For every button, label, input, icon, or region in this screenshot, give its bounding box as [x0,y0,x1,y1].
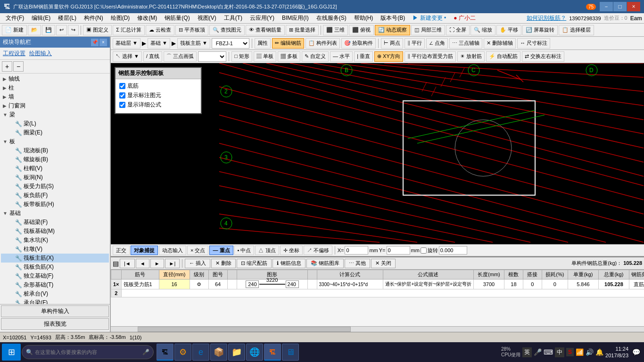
save-button[interactable]: 💾 [42,25,55,35]
find-element-button[interactable]: 🔍 查找图元 [209,25,245,35]
nav-prev-button[interactable]: ◄ [136,259,149,268]
menu-tools[interactable]: 工具(T) [220,13,246,23]
point-angle-button[interactable]: ∠ 点角 [426,38,448,49]
auto-config-button[interactable]: ⚡ 自动配筋 [486,51,520,62]
tree-raft-main[interactable]: 🔧筏板主筋(X) [1,254,109,263]
straight-line-button[interactable]: / 直线 [143,51,162,62]
tray-network[interactable]: 📶 [576,348,584,356]
other-button[interactable]: ⋯ 其他 [345,259,370,268]
cell-rebartype[interactable]: 直筋 [629,280,644,289]
cell-diameter[interactable]: 16 [159,280,190,289]
tree-neg-rebar[interactable]: 🔧板负筋(F) [1,191,109,200]
tree-cap-beam[interactable]: 🔧承台梁(F) [1,298,109,304]
tree-slab-rebar[interactable]: 🔧板受力筋(S) [1,182,109,191]
sidebar-pin-button[interactable]: 📌 [91,39,99,46]
tree-ring-beam[interactable]: 🔧圈梁(E) [1,128,109,137]
tree-other-found[interactable]: 🔧杂形基础(T) [1,280,109,289]
tree-cast-slab[interactable]: 🔧现浇板(B) [1,146,109,155]
nav-last-button[interactable]: ►| [165,259,180,268]
tree-beam[interactable]: ▼梁 [1,110,109,119]
tree-iso-found[interactable]: 🔧独立基础(F) [1,272,109,280]
view-rebar-button[interactable]: 👁 查看钢筋量 [246,25,285,35]
tree-door[interactable]: ▶门窗洞 [1,101,109,110]
cell-unitweight[interactable]: 5.846 [568,280,598,289]
cell-length[interactable]: 3700 [473,280,504,289]
dynamic-observe-button[interactable]: 🔄 动态观察 [375,25,410,35]
tray-action-center[interactable]: 💬 [632,348,640,356]
cloud-check-button[interactable]: ☁ 云检查 [146,25,174,35]
tree-strip-found[interactable]: 🔧基础梁(F) [1,218,109,227]
select-mode-button[interactable]: ↖ 选择 ▼ [113,51,142,62]
nav-project-setup[interactable]: 工程设置 [3,49,25,58]
menu-version[interactable]: 版本号(B) [377,13,409,23]
menu-view[interactable]: 视图(V) [194,13,220,23]
y-input[interactable] [387,246,410,255]
midpoint-snap[interactable]: • 中点 [234,246,255,255]
nav-draw-input[interactable]: 绘图输入 [29,49,52,58]
redo-button[interactable]: ↪ [68,25,79,35]
xy-dir-button[interactable]: ⊕ XY方向 [374,51,403,62]
cell-formula[interactable]: 3300~40+15*d~0+15*d [317,280,383,289]
menu-cloud[interactable]: 云应用(Y) [246,13,278,23]
local-3d-button[interactable]: ◫ 局部三维 [411,25,445,35]
menu-gxe[interactable]: ● 广小二 [450,13,479,23]
cad-canvas[interactable]: B C D E 2 3 4 [111,63,644,244]
parallel-button[interactable]: ∥ 平行 [405,38,425,49]
no-offset-snap[interactable]: ↗ 不偏移 [304,246,332,255]
close-button[interactable]: × [627,2,640,11]
tray-lang[interactable]: 英 [522,347,532,357]
tree-raft-neg[interactable]: 🔧筏板负筋(X) [1,263,109,272]
maximize-button[interactable]: □ [613,2,627,11]
menu-help[interactable]: 帮助(H) [350,13,377,23]
rebar-lib-button[interactable]: 📚 钢筋图库 [306,259,344,268]
define-button[interactable]: ▣ 图定义 [83,25,112,35]
3d-button[interactable]: ⬛ 三维 [323,25,348,35]
cell-lap[interactable]: 0 [523,280,542,289]
menu-bim[interactable]: BIM应用(I) [278,13,313,23]
taskbar-app-other[interactable]: 🖥 [282,344,299,361]
custom-shape-button[interactable]: ✎ 自定义 [302,51,329,62]
dynamic-input-button[interactable]: 动态输入 [159,246,186,255]
check-show-formula[interactable]: 显示详细公式 [119,101,197,109]
start-button[interactable]: ⊞ [2,344,21,361]
tree-col[interactable]: ▶柱 [1,83,109,92]
cell-barname[interactable]: 筏板受力筋1 [121,280,159,289]
tray-antivirus[interactable]: S [566,348,574,356]
component-type-select[interactable]: 筏板主筋 ▼ [177,38,210,49]
del-axis-button[interactable]: ✕ 删除辅轴 [484,38,516,49]
single-slab-button[interactable]: ▤ 单板 [254,51,276,62]
menu-rebar-qty[interactable]: 钢筋量(Q) [161,13,193,23]
tree-beam-l[interactable]: 🔧梁(L) [1,119,109,128]
parallel-edge-button[interactable]: ∥ 平行边布置受力筋 [405,51,456,62]
midline-snap[interactable]: — 重点 [209,246,233,255]
tray-keyboard[interactable]: ⌨ [544,348,553,356]
tree-slab-strip[interactable]: 🔧板带板筋(H) [1,200,109,209]
voice-icon[interactable]: 🎤 [142,349,149,355]
menu-modify[interactable]: 修改(M) [133,13,161,23]
sidebar-add-button[interactable]: + [2,61,12,72]
check-bottom-rebar[interactable]: 底筋 [119,82,197,90]
open-button[interactable]: 📂 [28,25,41,35]
dim-button[interactable]: ↔ 尺寸标注 [517,38,550,49]
multi-slab-button[interactable]: ▦ 多板 [278,51,300,62]
taskbar-app-store[interactable]: 📦 [210,344,227,361]
calc-button[interactable]: Σ 汇总计算 [113,25,145,35]
tree-axes[interactable]: ▶轴线 [1,74,109,83]
rotate-input[interactable] [439,246,467,255]
sidebar-close-button[interactable]: × [99,39,107,46]
taskbar-app-browser[interactable]: ⚙ [174,344,191,361]
tree-floor-hole[interactable]: 🔧板洞(N) [1,173,109,182]
breadcrumb-category[interactable]: 基础 ▼ [148,38,170,49]
batch-select-button[interactable]: ⊞ 批量选择 [286,25,319,35]
cell-fignum[interactable]: 64 [208,280,227,289]
menu-file[interactable]: 文件(F) [2,13,28,23]
menu-edit[interactable]: 编辑(E) [28,13,54,23]
intersection-snap[interactable]: × 交点 [187,246,208,255]
pan-button[interactable]: ✋ 平移 [496,25,521,35]
edit-rebar-button[interactable]: ✏ 编辑钢筋 [272,38,304,49]
undo-button[interactable]: ↩ [56,25,67,35]
taskbar-app-files[interactable]: 📁 [228,344,245,361]
cell-loss[interactable]: 0 [542,280,568,289]
tree-col-cap[interactable]: 🔧柱帽(V) [1,164,109,173]
tray-voice[interactable]: 🎤 [534,348,542,356]
